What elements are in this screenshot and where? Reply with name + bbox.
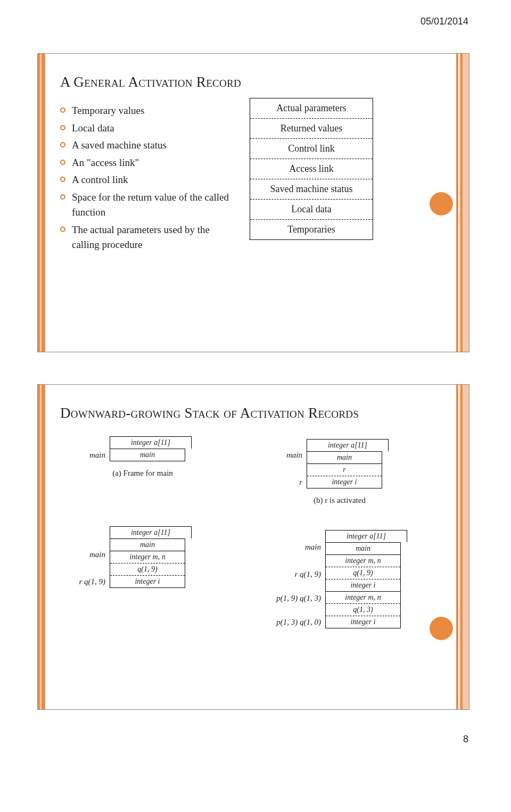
stack-label: r q(1, 9)	[60, 576, 105, 588]
bullet-item: Local data	[60, 121, 236, 136]
record-cell: Saved machine status	[250, 179, 373, 199]
stack-cell-above: integer a[11]	[307, 439, 389, 451]
stack-frame: main integer m, n q(1, 9) integer i inte…	[325, 542, 401, 628]
record-cell: Returned values	[250, 118, 373, 138]
stack-cell: integer m, n	[326, 591, 400, 603]
record-cell: Actual parameters	[250, 98, 373, 118]
stack-cell-above: integer a[11]	[110, 436, 192, 449]
stack-cell: main	[110, 539, 185, 551]
stack-label: r	[257, 476, 302, 488]
bullet-item: The actual parameters used by the callin…	[60, 222, 236, 253]
stack-cell: main	[326, 543, 400, 554]
bullet-list: Temporary values Local data A saved mach…	[60, 103, 236, 255]
accent-bar-left	[38, 54, 45, 352]
panel-caption: (b) r is activated	[257, 496, 422, 505]
record-cell: Control link	[250, 138, 373, 159]
stack-cell: r	[307, 463, 382, 476]
stack-label: main	[60, 549, 105, 561]
stack-panel-d: main r q(1, 9) p(1, 9) q(1, 3) p(1, 3) q…	[257, 526, 422, 628]
accent-dot	[430, 617, 453, 640]
bullet-item: A control link	[60, 172, 236, 188]
record-cell: Access link	[250, 159, 373, 179]
stack-panel-a: main integer a[11] main (a) Frame for ma…	[60, 434, 225, 505]
stack-frame: main	[110, 449, 185, 461]
stack-label: p(1, 3) q(1, 0)	[257, 616, 321, 628]
accent-bar-left	[38, 385, 45, 709]
stack-cell: q(1, 9)	[326, 567, 400, 579]
stack-cell: main	[110, 449, 185, 461]
stack-cell: main	[307, 452, 382, 463]
slide-title: A General Activation Record	[60, 74, 448, 90]
accent-bar-right	[459, 54, 469, 352]
record-cell: Temporaries	[250, 219, 373, 239]
stack-cell: q(1, 9)	[110, 563, 185, 575]
stack-diagrams: main integer a[11] main (a) Frame for ma…	[38, 434, 469, 644]
stack-cell: integer i	[110, 575, 185, 587]
accent-bar-right	[459, 385, 469, 709]
stack-label: main	[257, 541, 321, 553]
activation-record-diagram: Actual parameters Returned values Contro…	[250, 98, 373, 240]
stack-label: main	[60, 449, 105, 461]
stack-cell: integer i	[326, 616, 400, 628]
stack-label: p(1, 9) q(1, 3)	[257, 592, 321, 604]
stack-frame: main integer m, n q(1, 9) integer i	[110, 538, 185, 588]
bullet-item: Space for the return value of the called…	[60, 190, 236, 220]
slide-body: Temporary values Local data A saved mach…	[38, 103, 469, 266]
stack-label: r q(1, 9)	[257, 568, 321, 581]
stack-label: main	[257, 449, 302, 461]
bullet-item: An "access link"	[60, 155, 236, 171]
stack-cell: integer m, n	[110, 551, 185, 563]
header-date: 05/01/2014	[421, 16, 468, 27]
slide-stack-growing: Downward-growing Stack of Activation Rec…	[37, 384, 469, 710]
stack-cell: integer m, n	[326, 554, 400, 567]
bullet-item: A saved machine status	[60, 138, 236, 153]
stack-cell: integer i	[326, 579, 400, 591]
stack-panel-b: main r integer a[11] main r integer i	[257, 434, 422, 505]
stack-cell-above: integer a[11]	[325, 530, 407, 542]
slides-container: A General Activation Record Temporary va…	[37, 16, 474, 710]
record-cell: Local data	[250, 199, 373, 219]
stack-cell-above: integer a[11]	[110, 526, 192, 538]
stack-panel-c: main r q(1, 9) integer a[11] main intege…	[60, 526, 225, 628]
slide-activation-record: A General Activation Record Temporary va…	[37, 53, 469, 352]
slide-title: Downward-growing Stack of Activation Rec…	[60, 405, 448, 421]
stack-cell: q(1, 3)	[326, 603, 400, 616]
panel-caption: (a) Frame for main	[60, 469, 225, 478]
accent-dot	[430, 192, 453, 216]
stack-frame: main r integer i	[307, 451, 382, 488]
page-number: 8	[463, 734, 468, 745]
page: 05/01/2014 A General Activation Record T…	[0, 0, 511, 752]
bullet-item: Temporary values	[60, 103, 236, 119]
stack-cell: integer i	[307, 476, 382, 488]
